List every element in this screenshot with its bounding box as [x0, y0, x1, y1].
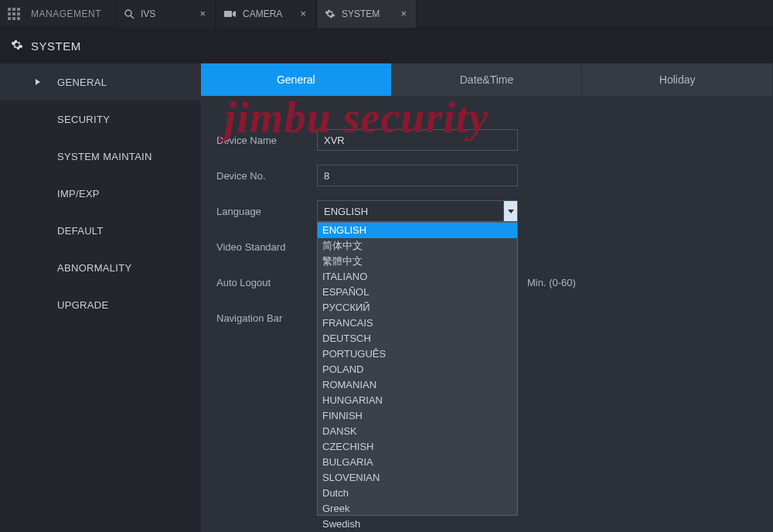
sidebar-item-label: DEFAULT: [57, 225, 104, 237]
page-title: SYSTEM: [31, 39, 81, 53]
video-standard-label: Video Standard: [216, 241, 317, 253]
language-option[interactable]: FINNISH: [318, 408, 517, 424]
language-option[interactable]: ITALIANO: [318, 269, 517, 285]
language-option[interactable]: DANSK: [318, 424, 517, 439]
sidebar-item-upgrade[interactable]: UPGRADE: [0, 286, 201, 323]
top-bar: MANAGEMENT IVS × CAMERA × SYSTEM ×: [0, 0, 773, 28]
svg-rect-4: [12, 12, 15, 15]
search-icon: [124, 9, 135, 19]
device-no-input[interactable]: [317, 165, 518, 186]
language-option[interactable]: PORTUGUÊS: [318, 346, 517, 362]
language-option[interactable]: POLAND: [318, 362, 517, 377]
sidebar-item-general[interactable]: GENERAL: [0, 63, 201, 101]
svg-rect-0: [8, 8, 11, 11]
device-name-input[interactable]: [317, 129, 518, 151]
device-no-label: Device No.: [216, 170, 317, 182]
page-title-bar: SYSTEM: [0, 28, 773, 63]
language-dropdown[interactable]: ENGLISH ENGLISH简体中文繁體中文ITALIANOESPAÑOLРУ…: [317, 200, 518, 222]
sidebar-item-system-maintain[interactable]: SYSTEM MAINTAIN: [0, 138, 201, 175]
language-option[interactable]: ESPAÑOL: [318, 285, 517, 300]
close-icon[interactable]: ×: [198, 8, 207, 19]
close-icon[interactable]: ×: [399, 8, 408, 19]
svg-rect-7: [12, 17, 15, 20]
language-option[interactable]: Dutch: [318, 486, 517, 501]
tab-system[interactable]: SYSTEM ×: [316, 0, 417, 28]
svg-marker-12: [233, 11, 236, 17]
svg-rect-1: [12, 8, 15, 11]
apps-grid-icon[interactable]: [0, 0, 28, 28]
language-option[interactable]: FRANCAIS: [318, 315, 517, 331]
sidebar-item-label: UPGRADE: [57, 299, 108, 311]
settings-form: Device Name Device No. Language ENGLISH …: [201, 96, 773, 336]
sub-tab-general[interactable]: General: [201, 63, 391, 96]
tab-label: SYSTEM: [342, 9, 399, 19]
language-option[interactable]: SLOVENIAN: [318, 470, 517, 486]
auto-logout-label: Auto Logout: [216, 277, 317, 288]
sub-tabs: General Date&Time Holiday: [201, 63, 773, 96]
management-label: MANAGEMENT: [28, 9, 115, 19]
language-display[interactable]: ENGLISH: [317, 200, 518, 222]
sub-tab-datetime[interactable]: Date&Time: [392, 63, 582, 96]
sidebar-item-imp-exp[interactable]: IMP/EXP: [0, 175, 201, 212]
sidebar-item-label: SYSTEM MAINTAIN: [57, 151, 152, 162]
svg-rect-2: [17, 8, 20, 11]
gear-icon: [11, 39, 23, 53]
language-label: Language: [216, 206, 317, 217]
chevron-down-icon[interactable]: [503, 201, 517, 221]
camera-icon: [224, 10, 237, 18]
language-option[interactable]: Greek: [318, 501, 517, 517]
svg-rect-3: [8, 12, 11, 15]
language-option[interactable]: HUNGARIAN: [318, 393, 517, 408]
language-option[interactable]: ROMANIAN: [318, 377, 517, 393]
gear-icon: [325, 9, 335, 19]
sidebar-item-label: SECURITY: [57, 114, 110, 125]
language-option[interactable]: DEUTSCH: [318, 331, 517, 346]
sidebar-item-abnormality[interactable]: ABNORMALITY: [0, 249, 201, 286]
sidebar-item-default[interactable]: DEFAULT: [0, 212, 201, 249]
language-option-list: ENGLISH简体中文繁體中文ITALIANOESPAÑOLРУССКИЙFRA…: [317, 222, 518, 516]
tab-label: CAMERA: [243, 9, 298, 19]
svg-rect-5: [17, 12, 20, 15]
svg-line-10: [131, 15, 134, 19]
tab-label: IVS: [141, 9, 198, 19]
language-option[interactable]: CZECHISH: [318, 439, 517, 455]
device-name-label: Device Name: [216, 135, 317, 146]
main-panel: General Date&Time Holiday Device Name De…: [201, 63, 773, 532]
language-value: ENGLISH: [324, 206, 368, 217]
language-option[interactable]: 繁體中文: [318, 254, 517, 269]
svg-point-9: [125, 10, 131, 16]
sidebar-item-label: GENERAL: [57, 77, 107, 88]
language-option[interactable]: Swedish: [318, 517, 517, 532]
svg-rect-8: [17, 17, 20, 20]
tab-camera[interactable]: CAMERA ×: [216, 0, 316, 28]
language-option[interactable]: ENGLISH: [318, 223, 517, 238]
sidebar-item-label: ABNORMALITY: [57, 262, 131, 274]
sidebar: GENERAL SECURITY SYSTEM MAINTAIN IMP/EXP…: [0, 63, 201, 532]
nav-bar-label: Navigation Bar: [216, 312, 317, 324]
tab-ivs[interactable]: IVS ×: [115, 0, 216, 28]
svg-rect-11: [224, 11, 232, 17]
auto-logout-hint: Min. (0-60): [527, 277, 576, 288]
close-icon[interactable]: ×: [298, 8, 308, 19]
sub-tab-holiday[interactable]: Holiday: [582, 63, 772, 96]
language-option[interactable]: РУССКИЙ: [318, 300, 517, 315]
sidebar-item-label: IMP/EXP: [57, 188, 100, 200]
svg-rect-6: [8, 17, 11, 20]
language-option[interactable]: BULGARIA: [318, 455, 517, 470]
language-option[interactable]: 简体中文: [318, 238, 517, 254]
sidebar-item-security[interactable]: SECURITY: [0, 101, 201, 138]
